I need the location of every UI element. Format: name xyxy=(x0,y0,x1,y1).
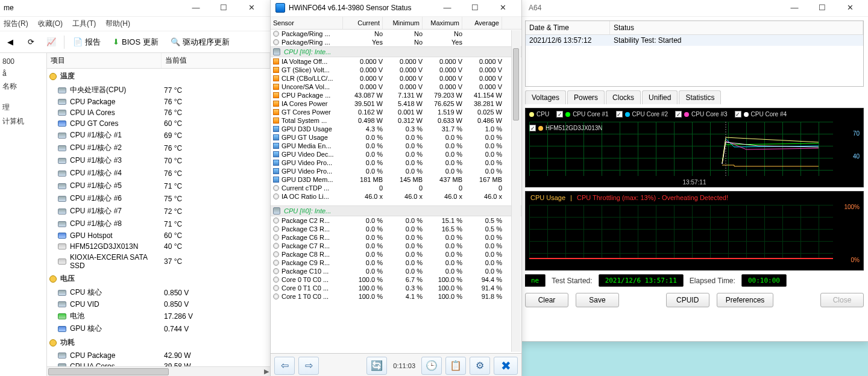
sensor-row[interactable]: GPU GT Usage0.0 %0.0 %0.0 %0.0 % xyxy=(271,133,521,142)
hwinfo-titlebar[interactable]: HWiNFO64 v6.14-3980 Sensor Status — ☐ ✕ xyxy=(271,0,521,17)
report-button[interactable]: 📄报告 xyxy=(69,34,104,50)
checkbox[interactable]: ✓ xyxy=(556,111,563,118)
sensor-row[interactable]: CPU #1/核心 #169 °C xyxy=(47,129,270,142)
preferences-button[interactable]: Preferences xyxy=(717,293,774,307)
nav-back-button[interactable]: ◀ xyxy=(2,34,18,50)
hwinfo-list[interactable]: Package/Ring ...NoNoNoPackage/Ring ...Ye… xyxy=(271,30,521,353)
sensor-row[interactable]: CPU Package ...43.087 W7.131 W79.203 W41… xyxy=(271,91,521,99)
scroll-right-icon[interactable]: ▶ xyxy=(264,368,269,375)
minimize-button[interactable]: — xyxy=(182,0,210,17)
sensor-row[interactable]: CPU VID0.850 V xyxy=(47,299,270,310)
col-sensor[interactable]: Sensor xyxy=(271,17,343,29)
legend-item[interactable]: ✓CPU Core #1 xyxy=(556,111,608,118)
col-item[interactable]: 项目 xyxy=(47,53,162,68)
sensor-group[interactable]: CPU [#0]: Inte... xyxy=(271,46,521,57)
sidebar-fragment[interactable]: 计算机 xyxy=(1,114,44,128)
sensor-row[interactable]: Package/Ring ...NoNoNo xyxy=(271,30,521,38)
tab-powers[interactable]: Powers xyxy=(567,90,605,104)
sensor-row[interactable]: CPU #1/核心 #476 °C xyxy=(47,167,270,180)
sensor-row[interactable]: CPU Package76 °C xyxy=(47,96,270,107)
tab-clocks[interactable]: Clocks xyxy=(606,90,641,104)
stability-log[interactable]: Date & Time Status 2021/12/6 13:57:12Sta… xyxy=(525,20,864,87)
legend-item[interactable]: ✓CPU Core #3 xyxy=(675,111,727,118)
next-button[interactable]: ⇨ xyxy=(298,357,319,375)
sensor-row[interactable]: CPU #1/核心 #871 °C xyxy=(47,218,270,230)
sensor-row[interactable]: Package C9 R...0.0 %0.0 %0.0 %0.0 % xyxy=(271,258,521,267)
hwinfo-column-header[interactable]: Sensor Current Minimum Maximum Average xyxy=(271,17,521,30)
sensor-row[interactable]: Package C10 ...0.0 %0.0 %0.0 %0.0 % xyxy=(271,267,521,275)
sensor-row[interactable]: IA OC Ratio Li...46.0 x46.0 x46.0 x46.0 … xyxy=(271,192,521,201)
maximize-button[interactable]: ☐ xyxy=(210,0,237,17)
sensor-group[interactable]: CPU [#0]: Inte... xyxy=(271,205,521,216)
sensor-row[interactable]: CPU IA Cores76 °C xyxy=(47,107,270,118)
refresh-button[interactable]: 🔄 xyxy=(366,357,387,375)
driver-update-button[interactable]: 🔍驱动程序更新 xyxy=(167,34,233,50)
sensor-row[interactable]: GPU D3D Usage4.3 %0.3 %31.7 %1.0 % xyxy=(271,125,521,133)
log-row[interactable]: 2021/12/6 13:57:12Stability Test: Starte… xyxy=(526,35,863,46)
sensor-row[interactable]: GT (Slice) Volt...0.000 V0.000 V0.000 V0… xyxy=(271,66,521,74)
checkbox[interactable]: ✓ xyxy=(735,111,741,118)
col-maximum[interactable]: Maximum xyxy=(423,17,462,29)
sensor-row[interactable]: Package C7 R...0.0 %0.0 %0.0 %0.0 % xyxy=(271,242,521,250)
scrollbar-thumb[interactable] xyxy=(513,48,519,121)
sensor-row[interactable]: Package C8 R...0.0 %0.0 %0.0 %0.0 % xyxy=(271,250,521,258)
close-button[interactable]: ✕ xyxy=(237,0,265,17)
save-button[interactable]: Save xyxy=(576,293,619,307)
sensor-row[interactable]: 中央处理器(CPU)77 °C xyxy=(47,84,270,96)
maximize-button[interactable]: ☐ xyxy=(808,0,836,17)
sensor-row[interactable]: CPU Package42.90 W xyxy=(47,350,270,361)
tab-unified[interactable]: Unified xyxy=(642,90,678,104)
sensor-row[interactable]: GPU D3D Mem...181 MB145 MB437 MB167 MB xyxy=(271,175,521,184)
col-value[interactable]: 当前值 xyxy=(162,53,270,68)
sidebar-fragment[interactable]: å xyxy=(1,67,44,80)
h-scrollbar[interactable]: ▶ xyxy=(47,366,270,376)
col-current[interactable]: Current xyxy=(343,17,383,29)
sensor-row[interactable]: Package C6 R...0.0 %0.0 %0.0 %0.0 % xyxy=(271,233,521,242)
sensor-row[interactable]: CPU GT Cores60 °C xyxy=(47,118,270,129)
settings-button[interactable]: ⚙ xyxy=(470,357,490,375)
aida-sidebar[interactable]: 800å名称理计算机 xyxy=(0,53,47,376)
aida-rows[interactable]: 温度中央处理器(CPU)77 °CCPU Package76 °CCPU IA … xyxy=(47,69,270,366)
aida-column-header[interactable]: 项目 当前值 xyxy=(47,53,270,69)
legend-item[interactable]: CPU xyxy=(529,111,549,118)
checkbox[interactable]: ✓ xyxy=(616,111,623,118)
menu-item[interactable]: 收藏(O) xyxy=(38,19,63,29)
legend-item[interactable]: ✓CPU Core #4 xyxy=(735,111,787,118)
section-header[interactable]: 温度 xyxy=(47,69,270,84)
sensor-row[interactable]: Uncore/SA Vol...0.000 V0.000 V0.000 V0.0… xyxy=(271,83,521,91)
close-button[interactable]: ✕ xyxy=(489,0,517,17)
sensor-row[interactable]: Core 0 T0 C0 ...100.0 %6.7 %100.0 %94.4 … xyxy=(271,275,521,284)
tab-statistics[interactable]: Statistics xyxy=(679,90,721,104)
sensor-row[interactable]: 电池17.286 V xyxy=(47,310,270,322)
sidebar-fragment[interactable]: 名称 xyxy=(1,80,44,93)
refresh-button[interactable]: ⟳ xyxy=(23,34,39,50)
clock-icon[interactable]: 🕒 xyxy=(421,357,442,375)
maximize-button[interactable]: ☐ xyxy=(461,0,489,17)
log-button[interactable]: 📋 xyxy=(445,357,466,375)
menu-item[interactable]: 报告(R) xyxy=(4,19,28,29)
sensor-row[interactable]: Package C2 R...0.0 %0.0 %15.1 %0.5 % xyxy=(271,216,521,225)
sensor-row[interactable]: GPU Video Pro...0.0 %0.0 %0.0 %0.0 % xyxy=(271,158,521,167)
sensor-row[interactable]: IA Cores Power39.501 W5.418 W76.625 W38.… xyxy=(271,99,521,108)
sidebar-fragment[interactable]: 理 xyxy=(1,101,44,114)
aida-titlebar[interactable]: me — ☐ ✕ xyxy=(0,0,270,17)
sensor-row[interactable]: CPU #1/核心 #370 °C xyxy=(47,154,270,167)
section-header[interactable]: 功耗 xyxy=(47,335,270,350)
sensor-row[interactable]: CPU #1/核心 #276 °C xyxy=(47,142,270,154)
sensor-row[interactable]: KIOXIA-EXCERIA SATA SSD37 °C xyxy=(47,252,270,271)
sensor-row[interactable]: GPU Media En...0.0 %0.0 %0.0 %0.0 % xyxy=(271,142,521,150)
sensor-row[interactable]: GPU Hotspot60 °C xyxy=(47,230,270,241)
stability-titlebar[interactable]: A64 — ☐ ✕ xyxy=(520,0,868,17)
v-scrollbar[interactable] xyxy=(511,30,521,352)
clear-button[interactable]: Clear xyxy=(525,293,568,307)
sensor-row[interactable]: IA Voltage Off...0.000 V0.000 V0.000 V0.… xyxy=(271,57,521,66)
sensor-row[interactable]: CPU #1/核心 #675 °C xyxy=(47,192,270,205)
legend-item[interactable]: ✓CPU Core #2 xyxy=(616,111,668,118)
sensor-row[interactable]: HFM512GD3JX013N40 °C xyxy=(47,241,270,252)
close-button[interactable]: ✕ xyxy=(836,0,864,17)
sensor-row[interactable]: GT Cores Power0.162 W0.001 W1.519 W0.025… xyxy=(271,108,521,116)
sensor-row[interactable]: GPU 核心0.744 V xyxy=(47,322,270,335)
sensor-row[interactable]: CPU #1/核心 #772 °C xyxy=(47,205,270,218)
sensor-row[interactable]: Current cTDP ...0000 xyxy=(271,184,521,192)
sensor-row[interactable]: CPU 核心0.850 V xyxy=(47,286,270,299)
